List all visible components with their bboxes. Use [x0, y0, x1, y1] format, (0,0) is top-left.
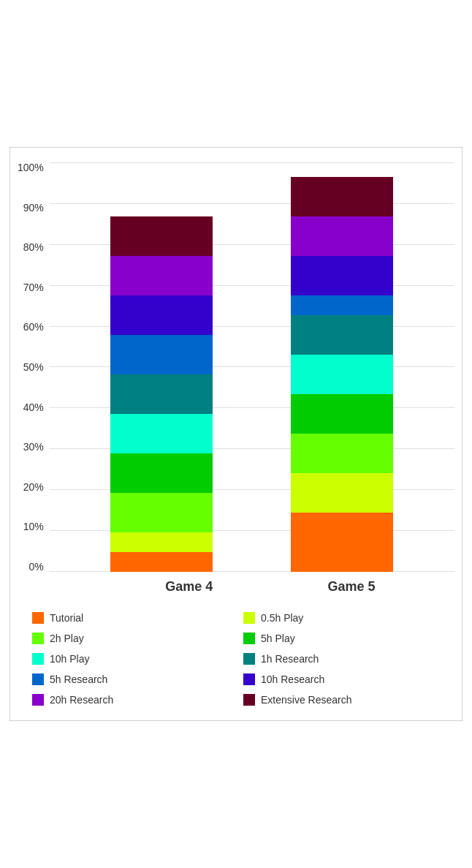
bar-segment-research_10h	[110, 295, 213, 335]
y-axis-label: 90%	[23, 203, 44, 213]
bar-segment-play_0_5h	[291, 473, 393, 513]
y-axis-label: 100%	[18, 162, 44, 173]
legend-item-tutorial: Tutorial	[32, 612, 229, 624]
bar-segment-play_5h	[291, 394, 393, 434]
bar-segment-play_10h	[291, 355, 393, 394]
legend-item-play_5h: 5h Play	[243, 633, 440, 644]
x-labels: Game 4Game 5	[86, 572, 454, 595]
bar-segment-play_0_5h	[110, 532, 213, 552]
legend-swatch-tutorial	[32, 612, 44, 624]
legend-label-research_1h: 1h Research	[261, 653, 319, 665]
legend-swatch-play_5h	[243, 633, 255, 644]
legend-label-play_0_5h: 0.5h Play	[261, 612, 303, 624]
legend-item-research_5h: 5h Research	[32, 673, 229, 685]
bar-segment-research_1h	[110, 374, 213, 414]
legend-swatch-research_extensive	[243, 694, 255, 706]
bar-segment-research_5h	[110, 335, 213, 374]
legend-label-play_5h: 5h Play	[261, 633, 295, 644]
bar-segment-play_2h	[291, 434, 393, 473]
y-axis-label: 80%	[23, 242, 44, 252]
y-axis-label: 40%	[23, 402, 44, 412]
y-axis-label: 0%	[29, 562, 44, 572]
stacked-bar-game5	[291, 177, 393, 572]
legend-swatch-research_1h	[243, 653, 255, 665]
legend-label-research_extensive: Extensive Research	[261, 694, 352, 706]
chart-area: 100%90%80%70%60%50%40%30%20%10%0% Game 4…	[18, 162, 454, 595]
bar-segment-research_20h	[110, 256, 213, 295]
legend-label-research_10h: 10h Research	[261, 673, 324, 685]
bar-segment-research_extensive	[291, 177, 393, 216]
bar-segment-play_10h	[110, 414, 213, 453]
x-axis-label: Game 4	[138, 579, 240, 595]
bar-segment-research_10h	[291, 256, 393, 295]
legend: Tutorial0.5h Play2h Play5h Play10h Play1…	[18, 612, 454, 706]
legend-label-play_10h: 10h Play	[50, 653, 89, 665]
bar-segment-research_5h	[291, 295, 393, 315]
stacked-bar-game4	[110, 177, 213, 572]
x-axis-label: Game 5	[300, 579, 403, 595]
legend-label-tutorial: Tutorial	[50, 612, 83, 624]
bar-segment-tutorial	[291, 513, 393, 572]
bar-segment-tutorial	[110, 552, 213, 572]
bar-segment-play_5h	[110, 453, 213, 493]
bar-segment-play_2h	[110, 493, 213, 532]
bar-segment-research_extensive	[110, 216, 213, 256]
legend-swatch-play_0_5h	[243, 612, 255, 624]
legend-swatch-play_10h	[32, 653, 44, 665]
legend-item-research_extensive: Extensive Research	[243, 694, 440, 706]
legend-swatch-research_20h	[32, 694, 44, 706]
y-axis-label: 70%	[23, 282, 44, 293]
legend-item-play_10h: 10h Play	[32, 653, 229, 665]
y-axis-label: 30%	[23, 442, 44, 452]
chart-container: 100%90%80%70%60%50%40%30%20%10%0% Game 4…	[9, 147, 463, 721]
legend-swatch-research_5h	[32, 673, 44, 685]
legend-item-research_1h: 1h Research	[243, 653, 440, 665]
legend-swatch-research_10h	[243, 673, 255, 685]
y-axis-label: 20%	[23, 482, 44, 492]
legend-item-research_10h: 10h Research	[243, 673, 440, 685]
y-axis: 100%90%80%70%60%50%40%30%20%10%0%	[18, 162, 50, 572]
legend-label-research_20h: 20h Research	[50, 694, 113, 706]
legend-label-play_2h: 2h Play	[50, 633, 84, 644]
y-axis-label: 50%	[23, 362, 44, 372]
legend-swatch-play_2h	[32, 633, 44, 644]
bars-row	[50, 162, 454, 572]
bar-segment-research_1h	[291, 315, 393, 355]
legend-item-play_2h: 2h Play	[32, 633, 229, 644]
y-axis-label: 60%	[23, 322, 44, 332]
legend-item-research_20h: 20h Research	[32, 694, 229, 706]
bar-segment-research_20h	[291, 216, 393, 256]
legend-label-research_5h: 5h Research	[50, 673, 107, 685]
legend-item-play_0_5h: 0.5h Play	[243, 612, 440, 624]
y-axis-label: 10%	[23, 521, 44, 532]
